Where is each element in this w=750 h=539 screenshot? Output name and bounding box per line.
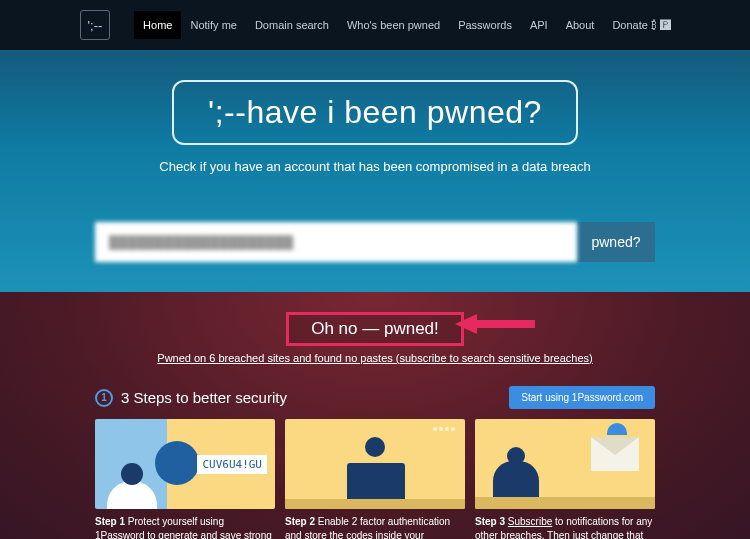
steps-title: 3 Steps to better security xyxy=(121,389,287,406)
pwned-result-headline: Oh no — pwned! xyxy=(286,312,464,346)
password-tag: CUV6U4!GU xyxy=(197,455,267,474)
search-form: pwned? xyxy=(95,222,655,262)
nav-home[interactable]: Home xyxy=(134,11,181,39)
result-section: Oh no — pwned! Pwned on 6 breached sites… xyxy=(0,292,750,539)
step-1-text: Step 1 Protect yourself using 1Password … xyxy=(95,515,275,539)
top-nav-bar: ';-- Home Notify me Domain search Who's … xyxy=(0,0,750,50)
step-card-3: Step 3 Subscribe to notifications for an… xyxy=(475,419,655,539)
step-3-text: Step 3 Subscribe to notifications for an… xyxy=(475,515,655,539)
step-3-illustration xyxy=(475,419,655,509)
step-card-2: Step 2 Enable 2 factor authentication an… xyxy=(285,419,465,539)
nav-passwords[interactable]: Passwords xyxy=(449,11,521,39)
subscribe-sensitive-link[interactable]: subscribe to search sensitive breaches xyxy=(399,352,589,364)
steps-cards: CUV6U4!GU Step 1 Protect yourself using … xyxy=(95,419,655,539)
step-2-text: Step 2 Enable 2 factor authentication an… xyxy=(285,515,465,539)
nav-notify-me[interactable]: Notify me xyxy=(181,11,245,39)
step-card-1: CUV6U4!GU Step 1 Protect yourself using … xyxy=(95,419,275,539)
step-1-illustration: CUV6U4!GU xyxy=(95,419,275,509)
site-title: ';--have i been pwned? xyxy=(172,80,578,145)
nav-whos-been-pwned[interactable]: Who's been pwned xyxy=(338,11,449,39)
main-nav: Home Notify me Domain search Who's been … xyxy=(134,11,680,39)
subscribe-link[interactable]: Subscribe xyxy=(508,516,552,527)
hero-section: ';--have i been pwned? Check if you have… xyxy=(0,50,750,292)
onepassword-link[interactable]: 1Password xyxy=(95,530,144,539)
steps-header: 1 3 Steps to better security Start using… xyxy=(95,386,655,409)
annotation-arrow-icon xyxy=(455,312,535,336)
start-1password-button[interactable]: Start using 1Password.com xyxy=(509,386,655,409)
nav-api[interactable]: API xyxy=(521,11,557,39)
onepassword-icon: 1 xyxy=(95,389,113,407)
nav-donate[interactable]: Donate ₿ 🅿 xyxy=(603,11,680,39)
email-search-input[interactable] xyxy=(95,222,577,262)
pwned-check-button[interactable]: pwned? xyxy=(577,222,655,262)
nav-domain-search[interactable]: Domain search xyxy=(246,11,338,39)
site-subtitle: Check if you have an account that has be… xyxy=(159,159,590,174)
nav-about[interactable]: About xyxy=(557,11,604,39)
site-logo[interactable]: ';-- xyxy=(80,10,110,40)
pwned-result-detail: Pwned on 6 breached sites and found no p… xyxy=(157,352,592,364)
step-2-illustration xyxy=(285,419,465,509)
